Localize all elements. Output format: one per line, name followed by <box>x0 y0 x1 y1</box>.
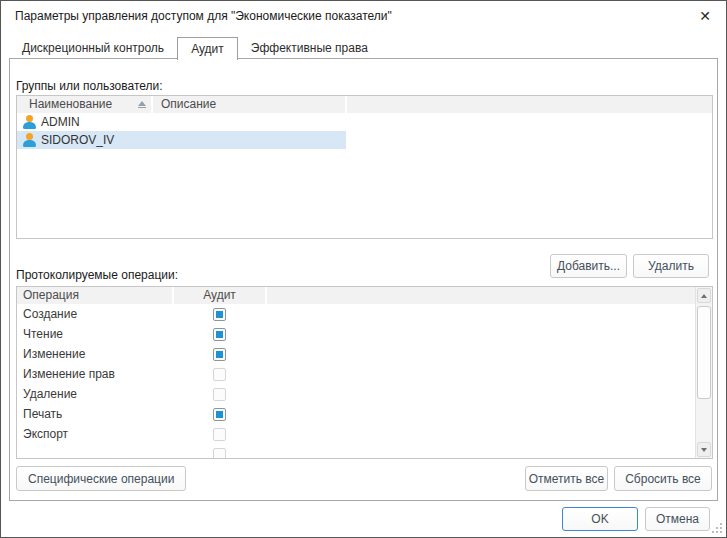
column-header-operation[interactable]: Операция <box>17 287 172 304</box>
operation-name: Изменение прав <box>23 367 174 381</box>
operations-rows: СозданиеЧтениеИзменениеИзменение правУда… <box>17 304 695 458</box>
user-name: SIDOROV_IV <box>41 133 114 147</box>
column-header-filler <box>347 96 712 113</box>
user-icon <box>22 115 37 130</box>
operation-row[interactable]: Изменение прав <box>17 364 695 384</box>
audit-cell <box>174 448 265 459</box>
scroll-down-button[interactable] <box>697 442 711 457</box>
operation-row[interactable]: Изменение <box>17 344 695 364</box>
dialog-title: Параметры управления доступом для "Эконо… <box>15 9 392 23</box>
user-row[interactable]: SIDOROV_IV <box>17 131 712 149</box>
scrollbar-track[interactable] <box>696 304 712 441</box>
audit-checkbox[interactable] <box>213 388 226 401</box>
scrollbar-thumb[interactable] <box>697 306 711 399</box>
operation-row[interactable]: Экспорт <box>17 424 695 444</box>
logged-operations-label: Протоколируемые операции: <box>16 268 178 282</box>
cancel-button[interactable]: Отмена <box>645 507 710 531</box>
close-button[interactable]: ✕ <box>690 4 720 28</box>
tab-effective-rights[interactable]: Эффективные права <box>238 37 381 59</box>
audit-cell <box>174 348 265 361</box>
audit-cell <box>174 368 265 381</box>
user-icon <box>22 133 37 148</box>
dialog-window: Параметры управления доступом для "Эконо… <box>0 0 727 538</box>
sort-ascending-icon <box>138 101 146 108</box>
audit-checkbox[interactable] <box>213 328 226 341</box>
groups-users-label: Группы или пользователи: <box>16 79 163 93</box>
user-name: ADMIN <box>41 115 80 129</box>
operation-name: Создание <box>23 307 174 321</box>
user-row[interactable]: ADMIN <box>17 113 712 131</box>
specific-operations-button[interactable]: Специфические операции <box>16 466 186 491</box>
operation-name: Изменение <box>23 347 174 361</box>
audit-cell <box>174 328 265 341</box>
operation-row[interactable]: Печать <box>17 404 695 424</box>
column-header-description[interactable]: Описание <box>153 96 345 113</box>
audit-cell <box>174 428 265 441</box>
scroll-up-button[interactable] <box>697 288 711 303</box>
check-all-button[interactable]: Отметить все <box>525 466 608 491</box>
audit-checkbox[interactable] <box>213 348 226 361</box>
operation-row[interactable]: Чтение <box>17 324 695 344</box>
audit-checkbox[interactable] <box>213 448 226 459</box>
tab-bar: Дискреционный контроль Аудит Эффективные… <box>9 36 381 59</box>
operation-row[interactable]: Удаление <box>17 384 695 404</box>
ok-button[interactable]: OK <box>562 507 638 531</box>
scroll-up-icon <box>701 294 707 298</box>
tab-discretionary-control[interactable]: Дискреционный контроль <box>9 37 177 59</box>
vertical-scrollbar[interactable] <box>695 287 712 458</box>
audit-tab-content: Группы или пользователи: Наименование Оп… <box>9 58 718 501</box>
groups-users-header: Наименование Описание <box>17 96 712 113</box>
operation-name: Удаление <box>23 387 174 401</box>
groups-users-rows: ADMINSIDOROV_IV <box>17 113 712 149</box>
operation-name: Печать <box>23 407 174 421</box>
operations-list[interactable]: Операция Аудит СозданиеЧтениеИзменениеИз… <box>16 286 713 459</box>
audit-checkbox[interactable] <box>213 368 226 381</box>
remove-button[interactable]: Удалить <box>633 254 709 278</box>
operation-row[interactable] <box>17 444 695 458</box>
add-button[interactable]: Добавить... <box>550 254 627 278</box>
uncheck-all-button[interactable]: Сбросить все <box>614 466 712 491</box>
operation-name: Чтение <box>23 327 174 341</box>
resize-grip[interactable] <box>712 523 723 534</box>
audit-checkbox[interactable] <box>213 308 226 321</box>
groups-users-list[interactable]: Наименование Описание ADMINSIDOROV_IV <box>16 95 713 239</box>
title-bar: Параметры управления доступом для "Эконо… <box>1 1 726 31</box>
close-icon: ✕ <box>699 8 711 24</box>
audit-cell <box>174 388 265 401</box>
scroll-down-icon <box>701 448 707 452</box>
column-header-name-label: Наименование <box>29 96 112 113</box>
audit-checkbox[interactable] <box>213 408 226 421</box>
audit-cell <box>174 408 265 421</box>
tab-audit[interactable]: Аудит <box>177 37 238 60</box>
column-header-name[interactable]: Наименование <box>17 96 151 113</box>
audit-cell <box>174 308 265 321</box>
audit-checkbox[interactable] <box>213 428 226 441</box>
operation-row[interactable]: Создание <box>17 304 695 324</box>
operations-header: Операция Аудит <box>17 287 695 304</box>
column-header-audit[interactable]: Аудит <box>174 287 265 304</box>
column-header-filler <box>267 287 695 304</box>
operation-name: Экспорт <box>23 427 174 441</box>
